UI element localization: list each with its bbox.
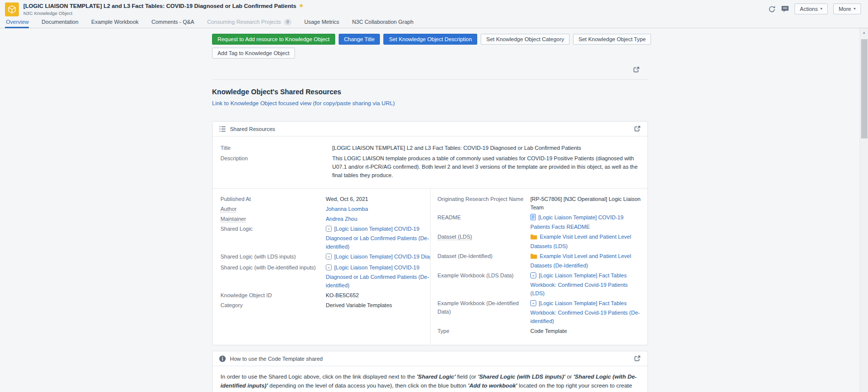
shared-logic-with-de-identified-inputs-link[interactable]: »[Logic Liaison Template] COVID-19 Diagn…: [326, 263, 430, 290]
tab-overview[interactable]: Overview: [5, 16, 35, 28]
field-row: CategoryDerived Variable Templates: [220, 301, 430, 310]
content-column: Request to Add resource to Knowledge Obj…: [212, 28, 648, 392]
field-label: Shared Logic (with LDS inputs): [220, 253, 326, 262]
chevron-down-icon: ▾: [820, 7, 822, 11]
card-title: How to use the Code Template shared: [230, 356, 323, 362]
tab-label: Overview: [6, 19, 29, 25]
section-divider: [212, 79, 648, 80]
tab-n3c-collaboration-graph[interactable]: N3C Collaboration Graph: [346, 16, 420, 28]
shared-logic-link[interactable]: »[Logic Liaison Template] COVID-19 Diagn…: [326, 225, 430, 251]
field-label: Originating Research Project Name: [437, 195, 530, 212]
example-workbook-lds-data-link[interactable]: »[Logic Liaison Template] Fact Tables Wo…: [530, 271, 641, 298]
actions-button[interactable]: Actions ▾: [795, 3, 828, 14]
section-heading: Knowledge Object's Shared Resources: [212, 88, 648, 96]
workbook-icon: »: [530, 300, 536, 309]
page-subtitle: N3C Knowledge Object: [23, 10, 768, 16]
card-title: Shared Resources: [230, 126, 275, 132]
set-type-button[interactable]: Set Knowledge Object Type: [573, 34, 651, 45]
svg-text:»: »: [328, 255, 330, 259]
field-label: Dataset (De-Identified): [437, 252, 530, 270]
howto-paragraph-1: In order to use the Shared Logic above, …: [220, 372, 640, 392]
field-label: Dataset (LDS): [437, 233, 530, 251]
howto-card: How to use the Code Template shared In o…: [212, 351, 648, 392]
title-description-section: Title [LOGIC LIAISON TEMPLATE] L2 and L3…: [213, 136, 648, 189]
field-label: Description: [220, 154, 332, 180]
field-label: Knowledge Object ID: [220, 291, 326, 300]
tab-usage-metrics[interactable]: Usage Metrics: [298, 16, 346, 28]
field-row: Shared Logic (with LDS inputs)»[Logic Li…: [220, 253, 430, 262]
set-category-button[interactable]: Set Knowledge Object Category: [481, 34, 570, 45]
tab-bar: OverviewDocumentationExample WorkbookCom…: [0, 16, 868, 28]
add-tag-button[interactable]: Add Tag to Knowledge Object: [212, 48, 295, 59]
tab-count-badge: 0: [284, 19, 291, 25]
tab-label: Documentation: [42, 19, 78, 25]
field-row: MaintainerAndrea Zhou: [220, 215, 430, 223]
actions-button-label: Actions: [800, 6, 818, 12]
scrollbar-thumb[interactable]: [861, 39, 868, 138]
field-row: Dataset (De-Identified)Example Visit Lev…: [437, 252, 641, 270]
field-row: Shared Logic (with De-identified inputs)…: [220, 263, 430, 290]
vertical-scrollbar[interactable]: ▲: [860, 28, 868, 392]
dataset-de-identified-link[interactable]: Example Visit Level and Patient Level Da…: [530, 252, 641, 270]
comments-icon[interactable]: [781, 5, 789, 12]
field-label: Title: [220, 144, 332, 152]
refresh-icon[interactable]: [768, 5, 776, 13]
field-value: [RP-5C7806] [N3C Operational] Logic Liai…: [530, 195, 641, 212]
folder-icon: [530, 253, 537, 261]
example-workbook-de-identified-data-link[interactable]: »[Logic Liaison Template] Fact Tables Wo…: [530, 299, 641, 326]
shared-resources-card-header: Shared Resources: [213, 122, 648, 136]
shared-logic-with-lds-inputs-link[interactable]: »[Logic Liaison Template] COVID-19 Diagn…: [326, 253, 430, 262]
change-title-button[interactable]: Change Title: [339, 34, 380, 45]
dataset-lds-link[interactable]: Example Visit Level and Patient Level Da…: [530, 233, 641, 251]
section-popout-row: [212, 65, 640, 73]
page-title: [LOGIC LIAISON TEMPLATE] L2 and L3 Fact …: [23, 3, 296, 9]
scroll-up-arrow-icon[interactable]: ▲: [860, 28, 868, 37]
howto-card-header: How to use the Code Template shared: [213, 351, 648, 366]
field-value: Code Template: [530, 327, 641, 335]
field-row: Description This LOGIC LIAISON template …: [220, 154, 640, 180]
title-block: [LOGIC LIAISON TEMPLATE] L2 and L3 Fact …: [23, 2, 768, 16]
field-label: Author: [220, 205, 326, 213]
tab-comments-q-a[interactable]: Comments - Q&A: [145, 16, 201, 28]
field-row: README[Logic Liaison Template] COVID-19 …: [437, 213, 641, 231]
field-row: Title [LOGIC LIAISON TEMPLATE] L2 and L3…: [220, 144, 640, 152]
info-icon: [219, 355, 226, 362]
properties-list-icon: [219, 126, 226, 132]
focused-view-link[interactable]: Link to Knowledge Object focused view (f…: [212, 100, 395, 106]
tab-consuming-research-projects[interactable]: Consuming Research Projects0: [201, 16, 298, 28]
set-description-button[interactable]: Set Knowledge Object Description: [383, 34, 477, 45]
open-in-new-tab-icon[interactable]: [634, 355, 641, 362]
tab-example-workbook[interactable]: Example Workbook: [85, 16, 145, 28]
description-value: This LOGIC LIAISON template produces a t…: [332, 154, 640, 180]
field-value: Derived Variable Templates: [326, 301, 430, 310]
field-label: Shared Logic (with De-identified inputs): [220, 263, 326, 290]
tab-documentation[interactable]: Documentation: [35, 16, 85, 28]
field-row: Originating Research Project Name[RP-5C7…: [437, 195, 641, 212]
svg-text:»: »: [532, 273, 535, 278]
chevron-down-icon: ▾: [854, 7, 856, 11]
field-label: Example Workbook (LDS Data): [437, 271, 530, 298]
favorite-star-icon[interactable]: ★: [299, 2, 304, 9]
author-link[interactable]: Johanna Loomba: [326, 205, 430, 213]
open-in-new-tab-icon[interactable]: [634, 125, 641, 132]
details-left-column: Published AtWed, Oct 6, 2021AuthorJohann…: [213, 189, 430, 345]
field-row: Dataset (LDS)Example Visit Level and Pat…: [437, 233, 641, 251]
field-label: Published At: [220, 195, 326, 203]
tab-label: Consuming Research Projects: [207, 19, 281, 25]
svg-text:»: »: [532, 301, 535, 306]
template-icon: »: [326, 254, 332, 262]
folder-icon: [530, 234, 537, 242]
open-in-new-tab-icon[interactable]: [633, 65, 640, 73]
tab-label: N3C Collaboration Graph: [352, 19, 414, 25]
object-action-buttons-row-1: Request to Add resource to Knowledge Obj…: [212, 34, 648, 45]
app-window: [LOGIC LIAISON TEMPLATE] L2 and L3 Fact …: [0, 0, 868, 392]
more-button[interactable]: More ▾: [833, 3, 861, 14]
maintainer-link[interactable]: Andrea Zhou: [326, 215, 430, 223]
field-label: Maintainer: [220, 215, 326, 223]
readme-link[interactable]: [Logic Liaison Template] COVID-19 Patien…: [530, 213, 641, 231]
knowledge-object-cube-icon: [5, 2, 19, 16]
field-row: Shared Logic»[Logic Liaison Template] CO…: [220, 225, 430, 251]
field-label: Category: [220, 301, 326, 310]
request-add-resource-button[interactable]: Request to Add resource to Knowledge Obj…: [212, 34, 335, 45]
tab-label: Comments - Q&A: [151, 19, 194, 25]
